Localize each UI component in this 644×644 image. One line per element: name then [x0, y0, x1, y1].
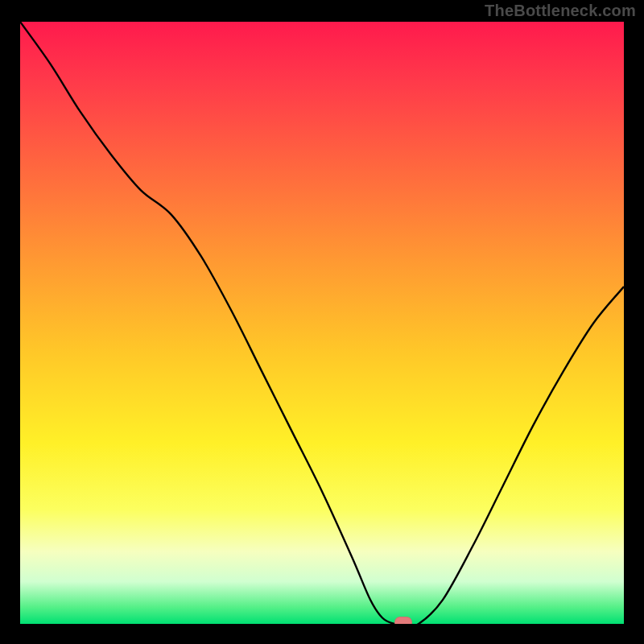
chart-frame: TheBottleneck.com: [0, 0, 644, 644]
bottleneck-curve: [20, 22, 624, 624]
optimal-marker: [394, 617, 412, 624]
attribution-text: TheBottleneck.com: [485, 2, 636, 20]
plot-area: [20, 22, 624, 624]
curve-line: [20, 22, 624, 624]
